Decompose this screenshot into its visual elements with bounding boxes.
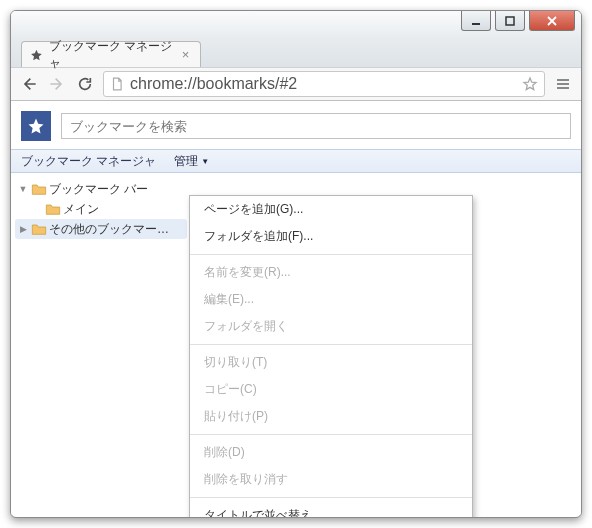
menu-copy: コピー(C) — [190, 376, 472, 403]
star-filled-icon — [27, 117, 45, 135]
tree-label: その他のブックマー… — [49, 221, 169, 238]
star-icon — [30, 48, 43, 62]
chrome-menu-button[interactable] — [553, 74, 573, 94]
reload-button[interactable] — [75, 74, 95, 94]
menu-separator — [190, 434, 472, 435]
twisty-open-icon: ▼ — [17, 184, 29, 194]
menu-add-folder[interactable]: フォルダを追加(F)... — [190, 223, 472, 250]
tab-bookmarks[interactable]: ブックマーク マネージャ × — [21, 41, 201, 67]
column-header: ブックマーク マネージャ 管理 ▼ — [11, 149, 581, 173]
menu-edit: 編集(E)... — [190, 286, 472, 313]
search-input[interactable] — [61, 113, 571, 139]
tree-main[interactable]: メイン — [11, 199, 191, 219]
page-icon — [110, 77, 124, 91]
menu-separator — [190, 254, 472, 255]
tree-label: メイン — [63, 201, 99, 218]
omnibox[interactable]: chrome://bookmarks/#2 — [103, 71, 545, 97]
window-buttons — [455, 11, 581, 31]
twisty-closed-icon: ▶ — [17, 224, 29, 234]
menu-separator — [190, 497, 472, 498]
folder-icon — [31, 182, 47, 196]
manage-dropdown: ページを追加(G)... フォルダを追加(F)... 名前を変更(R)... 編… — [189, 195, 473, 518]
bookmark-star-icon[interactable] — [522, 76, 538, 92]
maximize-icon — [505, 16, 515, 26]
svg-rect-1 — [506, 17, 514, 25]
minimize-icon — [471, 16, 481, 26]
menu-open-folder: フォルダを開く — [190, 313, 472, 340]
tree-other-bookmarks[interactable]: ▶ その他のブックマー… — [15, 219, 187, 239]
menu-undo-delete: 削除を取り消す — [190, 466, 472, 493]
manage-label: 管理 — [174, 153, 198, 170]
menu-sort-by-title[interactable]: タイトルで並べ替え — [190, 502, 472, 518]
folder-icon — [31, 222, 47, 236]
close-icon — [547, 16, 557, 26]
search-row — [11, 101, 581, 149]
toolbar: chrome://bookmarks/#2 — [11, 67, 581, 101]
menu-cut: 切り取り(T) — [190, 349, 472, 376]
folder-tree: ▼ ブックマーク バー メイン ▶ その他のブックマー… — [11, 173, 191, 515]
reload-icon — [77, 76, 93, 92]
content-area: ブックマーク マネージャ 管理 ▼ ▼ ブックマーク バー メイン ▶ — [11, 101, 581, 515]
menu-add-page[interactable]: ページを追加(G)... — [190, 196, 472, 223]
close-button[interactable] — [529, 11, 575, 31]
hamburger-icon — [555, 76, 571, 92]
manage-menu-button[interactable]: 管理 ▼ — [166, 153, 217, 170]
menu-separator — [190, 344, 472, 345]
tab-close-button[interactable]: × — [179, 48, 192, 62]
maximize-button[interactable] — [495, 11, 525, 31]
tree-label: ブックマーク バー — [49, 181, 148, 198]
menu-delete: 削除(D) — [190, 439, 472, 466]
titlebar — [11, 11, 581, 39]
menu-rename: 名前を変更(R)... — [190, 259, 472, 286]
arrow-right-icon — [49, 76, 65, 92]
back-button[interactable] — [19, 74, 39, 94]
minimize-button[interactable] — [461, 11, 491, 31]
folder-icon — [45, 202, 61, 216]
forward-button[interactable] — [47, 74, 67, 94]
menu-paste: 貼り付け(P) — [190, 403, 472, 430]
tree-bookmark-bar[interactable]: ▼ ブックマーク バー — [11, 179, 191, 199]
tab-title: ブックマーク マネージャ — [49, 38, 173, 72]
chevron-down-icon: ▼ — [201, 157, 209, 166]
bookmark-manager-icon — [21, 111, 51, 141]
url-text: chrome://bookmarks/#2 — [130, 75, 516, 93]
header-title: ブックマーク マネージャ — [11, 153, 166, 170]
browser-window: ブックマーク マネージャ × chrome://bookmarks/#2 — [10, 10, 582, 518]
tab-strip: ブックマーク マネージャ × — [11, 37, 581, 67]
svg-rect-0 — [472, 23, 480, 25]
arrow-left-icon — [21, 76, 37, 92]
